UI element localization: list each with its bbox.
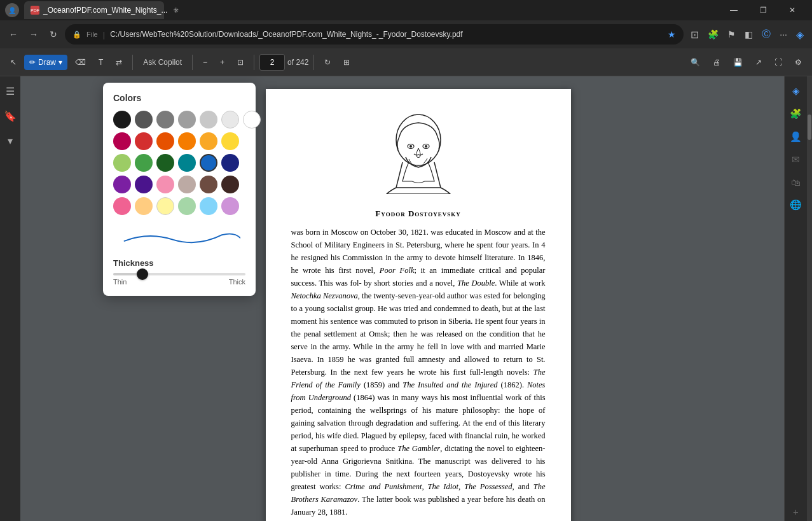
scrollbar-thumb[interactable] [808,115,811,140]
color-swatch-dark-brown[interactable] [221,176,239,193]
pdf-save-button[interactable]: 💾 [728,55,748,70]
minimize-button[interactable]: — [719,0,748,20]
color-picker-popup: Colors [103,83,256,296]
pdf-search-button[interactable]: 🔍 [685,55,705,70]
page-number-input[interactable] [259,54,285,71]
outlook-sidebar-icon[interactable]: ✉ [788,150,804,169]
user-sidebar-icon[interactable]: 👤 [786,127,806,146]
thickness-slider[interactable] [113,273,245,275]
url-bar[interactable]: 🔒 File | C:/Users/WebTech%20Solution/Dow… [65,24,684,45]
eraser-icon: ⌫ [75,58,86,67]
sidebar-menu-icon[interactable]: ☰ [2,81,18,101]
translate-sidebar-icon[interactable]: 🌐 [786,195,806,214]
page-sidebar-button[interactable]: ⊞ [338,55,355,70]
add-sidebar-icon[interactable]: + [789,503,802,521]
color-swatch-green[interactable] [135,154,153,172]
color-swatch-white[interactable] [243,111,261,129]
stroke-preview [113,225,245,251]
pdf-body-text: was born in Moscow on October 30, 1821. … [291,226,546,518]
back-button[interactable]: ← [5,27,22,42]
thickness-range-labels: Thin Thick [113,278,245,286]
color-swatch-lime[interactable] [113,154,131,172]
shopping-sidebar-icon[interactable]: 🛍 [787,173,804,191]
color-swatch-peach[interactable] [135,197,153,215]
zoom-in-button[interactable]: + [215,55,230,70]
text-tool-button[interactable]: T [93,55,108,70]
color-swatch-purple[interactable] [113,176,131,193]
vertical-scrollbar[interactable] [807,76,812,521]
ask-copilot-button[interactable]: Ask Copilot [138,55,187,70]
color-swatch-blue[interactable] [200,154,217,172]
toolbar-separator-3 [254,55,254,70]
color-swatch-rose[interactable] [156,176,174,193]
cursor-icon: ↖ [10,58,17,67]
sidebar-bookmark-icon[interactable]: 🔖 [0,106,20,126]
toolbar-separator-4 [313,55,314,70]
color-picker-title: Colors [113,93,245,103]
sidebar-toggle-button[interactable]: ◧ [741,27,756,42]
color-swatch-yellow[interactable] [221,132,239,150]
file-label: File [86,31,98,38]
collections-button[interactable]: ⚑ [724,27,739,42]
close-button[interactable]: ✕ [778,0,807,20]
rotate-button[interactable]: ↻ [319,55,336,70]
color-swatch-amber[interactable] [178,132,196,150]
color-swatch-dark-green[interactable] [156,154,174,172]
copilot-icon[interactable]: ◈ [793,26,807,43]
refresh-button[interactable]: ↻ [46,27,61,42]
toolbar-separator-2 [192,55,193,70]
favorite-star-icon[interactable]: ★ [668,29,676,39]
eraser-tool-button[interactable]: ⌫ [70,55,91,70]
tab-pdf-icon: PDF [31,6,39,15]
forward-button[interactable]: → [25,27,42,42]
split-view-button[interactable]: ⊡ [687,26,702,43]
pdf-settings-button[interactable]: ⚙ [790,55,807,70]
color-swatch-sky-blue[interactable] [200,197,217,215]
cursor-tool-button[interactable]: ↖ [5,55,22,70]
color-swatch-dark-purple[interactable] [135,176,153,193]
new-tab-button[interactable]: + [169,4,182,16]
thickness-thumb[interactable] [137,268,148,280]
color-swatch-gray[interactable] [178,111,196,129]
fullscreen-button[interactable]: ⛶ [769,55,787,70]
color-swatch-light-gray[interactable] [200,111,217,129]
fit-page-button[interactable]: ⊡ [232,55,249,70]
zoom-out-button[interactable]: − [198,55,212,70]
color-swatch-light-yellow[interactable] [156,197,174,215]
maximize-button[interactable]: ❐ [748,0,778,20]
pdf-page: Fyodor Dostoyevsky was born in Moscow on… [266,89,571,521]
pdf-print-button[interactable]: 🖨 [708,55,726,70]
color-swatch-dark-gray[interactable] [135,111,153,129]
color-swatch-crimson[interactable] [113,132,131,150]
thickness-label: Thickness [113,258,245,268]
color-swatch-black[interactable] [113,111,131,129]
draw-tool-button[interactable]: ✏ Draw ▾ [24,55,67,70]
toolbar-separator-1 [132,55,133,70]
extensions-sidebar-icon[interactable]: 🧩 [786,104,806,123]
color-swatch-brown[interactable] [200,176,217,193]
color-swatch-pink[interactable] [113,197,131,215]
user-avatar[interactable]: 👤 [5,3,19,17]
color-swatch-red[interactable] [135,132,153,150]
color-swatch-orange[interactable] [156,132,174,150]
more-menu-button[interactable]: ··· [776,27,790,42]
color-swatch-lavender[interactable] [221,197,239,215]
thickness-max-label: Thick [229,278,245,286]
color-swatch-yellow-orange[interactable] [200,132,217,150]
translate-icon: ⇄ [116,58,122,67]
color-swatch-tan[interactable] [178,176,196,193]
sidebar-dropdown-icon[interactable]: ▾ [4,131,17,151]
color-swatch-teal[interactable] [178,154,196,172]
share-button[interactable]: ↗ [750,55,767,70]
color-swatch-navy[interactable] [221,154,239,172]
extensions-button[interactable]: 🧩 [705,27,722,42]
color-swatch-off-white[interactable] [221,111,239,129]
copilot-sidebar-icon[interactable]: ◈ [788,81,804,101]
color-swatch-mint[interactable] [178,197,196,215]
color-swatch-medium-gray[interactable] [156,111,174,129]
active-tab[interactable]: PDF _OceanofPDF.com_White_Nights_... ✕ [24,1,164,19]
translate-button[interactable]: ⇄ [111,55,127,70]
addressbar: ← → ↻ 🔒 File | C:/Users/WebTech%20Soluti… [0,20,812,48]
pdf-area[interactable]: Colors [20,76,784,521]
copilot-address-button[interactable]: Ⓒ [759,26,774,43]
